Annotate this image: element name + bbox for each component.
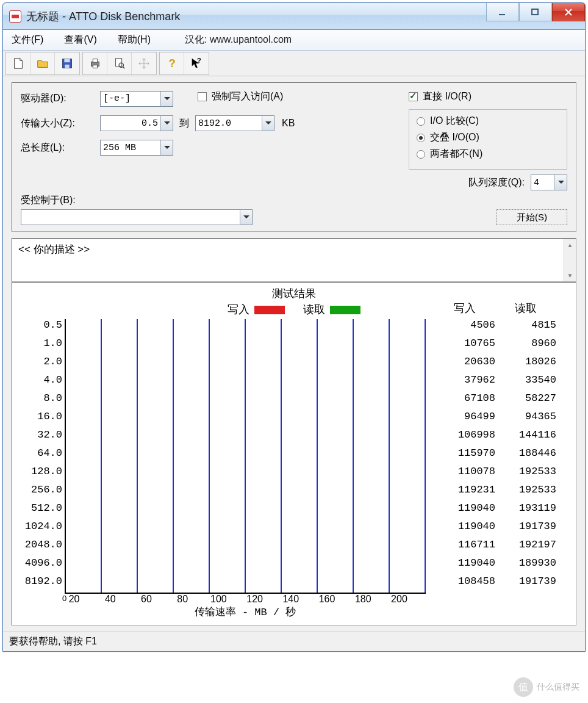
to-label: 到 <box>173 117 195 130</box>
watermark: 值 什么值得买 <box>514 677 579 697</box>
app-icon <box>9 10 21 23</box>
menubar: 文件(F) 查看(V) 帮助(H) 汉化: www.upantool.com <box>3 30 585 51</box>
controlled-combo[interactable] <box>21 209 253 225</box>
io-mode-group: I/O 比较(C) 交叠 I/O(O) 两者都不(N) <box>409 109 567 170</box>
close-button[interactable] <box>552 3 585 21</box>
transfer-from-combo[interactable]: 0.5 <box>100 115 173 131</box>
legend-read-swatch <box>330 306 360 314</box>
move-icon[interactable] <box>132 52 156 74</box>
window-controls <box>486 3 585 21</box>
menu-view[interactable]: 查看(V) <box>59 31 101 49</box>
scroll-down-icon[interactable]: ▼ <box>564 269 576 281</box>
chart-y-labels: 0.51.02.04.08.016.032.064.0128.0256.0512… <box>17 319 65 594</box>
radio-overlap[interactable]: 交叠 I/O(O) <box>417 131 479 144</box>
transfer-label: 传输大小(Z): <box>21 117 100 130</box>
chart-x-axis: 020406080100120140160180200 <box>65 594 426 605</box>
scrollbar[interactable]: ▲ ▼ <box>564 239 576 281</box>
svg-text:?: ? <box>197 57 201 64</box>
read-column: 读取48158960180263354058227943651441161884… <box>495 319 556 594</box>
description-text: << 你的描述 >> <box>18 243 90 255</box>
queue-combo[interactable]: 4 <box>531 175 567 190</box>
direct-io-checkbox[interactable]: 直接 I/O(R) <box>409 90 471 103</box>
legend-write-swatch <box>254 306 285 314</box>
drive-label: 驱动器(D): <box>21 92 100 105</box>
titlebar[interactable]: 无标题 - ATTO Disk Benchmark <box>3 3 585 30</box>
write-column: 写入45061076520630379626710896499106998115… <box>434 319 495 594</box>
svg-rect-7 <box>93 65 97 68</box>
app-window: 无标题 - ATTO Disk Benchmark 文件(F) 查看(V) 帮助… <box>2 2 586 652</box>
scroll-up-icon[interactable]: ▲ <box>564 239 576 251</box>
statusbar: 要获得帮助, 请按 F1 <box>3 632 585 651</box>
status-text: 要获得帮助, 请按 F1 <box>9 635 97 648</box>
results-panel: 测试结果 写入 读取 0.51.02.04.08.016.032.064.012… <box>12 282 576 625</box>
legend-read-label: 读取 <box>303 304 325 316</box>
minimize-button[interactable] <box>486 3 519 21</box>
menu-file[interactable]: 文件(F) <box>7 31 48 49</box>
watermark-icon: 值 <box>514 677 533 697</box>
description-box[interactable]: << 你的描述 >> ▲ ▼ <box>12 238 576 282</box>
legend-write-label: 写入 <box>228 304 249 316</box>
svg-line-10 <box>123 67 124 68</box>
options-panel: 驱动器(D): [-e-] 强制写入访问(A) 传输大小(Z): 0.5 到 8… <box>12 82 576 232</box>
svg-rect-6 <box>93 59 97 62</box>
length-label: 总长度(L): <box>21 142 100 154</box>
preview-icon[interactable] <box>107 52 132 74</box>
chevron-down-icon <box>240 210 252 225</box>
window-title: 无标题 - ATTO Disk Benchmark <box>26 9 180 24</box>
radio-neither[interactable]: 两者都不(N) <box>417 148 482 160</box>
unit-label: KB <box>274 118 295 129</box>
menu-help[interactable]: 帮助(H) <box>113 31 156 49</box>
force-write-checkbox[interactable]: 强制写入访问(A) <box>198 90 283 103</box>
maximize-button[interactable] <box>519 3 552 21</box>
svg-text:?: ? <box>168 57 175 70</box>
chart-area <box>65 319 426 594</box>
chevron-down-icon <box>160 140 173 155</box>
save-icon[interactable] <box>55 52 79 74</box>
client-area: 驱动器(D): [-e-] 强制写入访问(A) 传输大小(Z): 0.5 到 8… <box>3 76 585 632</box>
length-combo[interactable]: 256 MB <box>100 140 173 156</box>
controlled-label: 受控制于(B): <box>21 194 490 207</box>
svg-rect-4 <box>65 64 69 68</box>
svg-rect-0 <box>499 14 505 15</box>
svg-rect-1 <box>532 9 538 15</box>
results-caption: 测试结果 <box>17 286 571 301</box>
radio-compare[interactable]: I/O 比较(C) <box>417 115 479 128</box>
toolbar: ? ? <box>3 51 585 76</box>
whatsthis-icon[interactable]: ? <box>184 52 209 74</box>
chevron-down-icon <box>160 116 173 131</box>
start-button[interactable]: 开始(S) <box>497 209 567 225</box>
open-icon[interactable] <box>30 52 55 74</box>
chart-x-label: 传输速率 - MB / 秒 <box>65 605 426 619</box>
print-icon[interactable] <box>83 52 107 74</box>
menu-credit: 汉化: www.upantool.com <box>185 34 292 46</box>
chevron-down-icon <box>554 175 567 190</box>
svg-rect-3 <box>64 59 70 62</box>
help-icon[interactable]: ? <box>160 52 184 74</box>
transfer-to-combo[interactable]: 8192.0 <box>195 115 274 131</box>
drive-combo[interactable]: [-e-] <box>100 91 173 107</box>
chevron-down-icon <box>262 116 274 131</box>
chevron-down-icon <box>160 92 173 106</box>
queue-label: 队列深度(Q): <box>468 176 525 189</box>
new-icon[interactable] <box>6 52 30 74</box>
